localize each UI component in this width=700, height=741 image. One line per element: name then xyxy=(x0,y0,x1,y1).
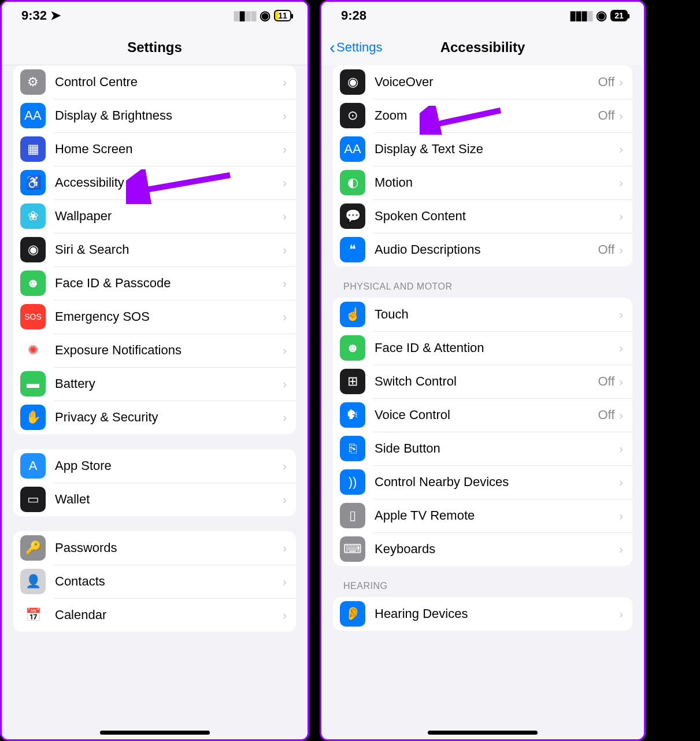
row-control-nearby[interactable]: ))Control Nearby Devices› xyxy=(333,465,632,499)
row-label: Siri & Search xyxy=(55,242,283,257)
chevron-right-icon: › xyxy=(283,460,287,473)
spoken-content-icon: 💬 xyxy=(340,203,365,229)
row-siri-search[interactable]: ◉Siri & Search› xyxy=(13,233,296,266)
row-label: Keyboards xyxy=(375,542,619,557)
row-keyboards[interactable]: ⌨Keyboards› xyxy=(333,532,632,566)
display-text-size-icon: AA xyxy=(340,136,365,162)
row-voice-control[interactable]: 🗣Voice ControlOff› xyxy=(333,398,632,432)
chevron-right-icon: › xyxy=(619,342,623,355)
row-contacts[interactable]: 👤Contacts› xyxy=(13,565,296,598)
settings-group: 🔑Passwords›👤Contacts›📅Calendar› xyxy=(13,531,296,632)
row-wallet[interactable]: ▭Wallet› xyxy=(13,483,296,516)
display-brightness-icon: AA xyxy=(20,103,46,128)
wifi-icon: ◉ xyxy=(260,8,271,23)
row-label: Apple TV Remote xyxy=(375,508,619,523)
row-privacy-security[interactable]: ✋Privacy & Security› xyxy=(13,401,296,434)
row-passwords[interactable]: 🔑Passwords› xyxy=(13,531,296,565)
row-apple-tv-remote[interactable]: ▯Apple TV Remote› xyxy=(333,499,632,532)
wifi-icon: ◉ xyxy=(596,8,607,23)
row-emergency-sos[interactable]: SOSEmergency SOS› xyxy=(13,300,296,334)
settings-group: ☝Touch›☻Face ID & Attention›⊞Switch Cont… xyxy=(333,298,632,566)
status-time: 9:28 xyxy=(341,8,366,23)
chevron-right-icon: › xyxy=(619,243,623,257)
settings-group: 👂Hearing Devices› xyxy=(333,597,632,631)
chevron-right-icon: › xyxy=(283,143,287,156)
chevron-right-icon: › xyxy=(619,210,623,223)
back-button[interactable]: ‹ Settings xyxy=(329,38,383,57)
chevron-right-icon: › xyxy=(619,76,623,89)
row-label: Exposure Notifications xyxy=(55,343,283,358)
row-calendar[interactable]: 📅Calendar› xyxy=(13,598,296,632)
row-label: Zoom xyxy=(375,108,598,123)
row-home-screen[interactable]: ▦Home Screen› xyxy=(13,132,296,166)
row-label: App Store xyxy=(55,458,283,473)
chevron-right-icon: › xyxy=(283,411,287,424)
row-hearing-devices[interactable]: 👂Hearing Devices› xyxy=(333,597,632,631)
row-label: Passwords xyxy=(55,540,283,555)
row-motion[interactable]: ◐Motion› xyxy=(333,166,632,199)
row-label: Wallpaper xyxy=(55,209,283,224)
row-faceid-attention[interactable]: ☻Face ID & Attention› xyxy=(333,331,632,365)
battery-icon: ▬ xyxy=(20,371,46,397)
row-label: VoiceOver xyxy=(375,75,598,90)
page-title: Settings xyxy=(127,39,182,55)
row-touch[interactable]: ☝Touch› xyxy=(333,298,632,331)
chevron-right-icon: › xyxy=(283,493,287,506)
chevron-right-icon: › xyxy=(283,243,287,257)
status-bar: 9:32 ➤ ▮▮▮▮ ◉ 11 xyxy=(2,2,308,29)
accessibility-list[interactable]: ◉VoiceOverOff›⊙ZoomOff›AADisplay & Text … xyxy=(321,65,644,739)
row-app-store[interactable]: AApp Store› xyxy=(13,449,296,483)
row-label: Hearing Devices xyxy=(375,606,619,621)
settings-list[interactable]: ⚙Control Centre›AADisplay & Brightness›▦… xyxy=(2,65,308,739)
wallet-icon: ▭ xyxy=(20,487,46,512)
battery-icon: 21 xyxy=(610,10,628,21)
row-label: Control Nearby Devices xyxy=(375,475,619,490)
chevron-right-icon: › xyxy=(283,76,287,89)
chevron-right-icon: › xyxy=(283,344,287,357)
phone-settings: 9:32 ➤ ▮▮▮▮ ◉ 11 Settings ⚙Control Centr… xyxy=(0,0,309,741)
app-store-icon: A xyxy=(20,453,46,479)
row-label: Battery xyxy=(55,376,283,391)
row-label: Display & Text Size xyxy=(375,142,619,157)
voice-control-icon: 🗣 xyxy=(340,402,365,428)
row-exposure-notifications[interactable]: ✺Exposure Notifications› xyxy=(13,334,296,367)
row-display-brightness[interactable]: AADisplay & Brightness› xyxy=(13,99,296,132)
chevron-right-icon: › xyxy=(283,542,287,555)
section-header: PHYSICAL AND MOTOR xyxy=(343,281,622,292)
chevron-right-icon: › xyxy=(283,109,287,123)
row-side-button[interactable]: ⎘Side Button› xyxy=(333,432,632,465)
contacts-icon: 👤 xyxy=(20,569,46,594)
row-wallpaper[interactable]: ❀Wallpaper› xyxy=(13,199,296,233)
row-label: Audio Descriptions xyxy=(375,242,598,257)
row-label: Control Centre xyxy=(55,75,283,90)
row-display-text-size[interactable]: AADisplay & Text Size› xyxy=(333,132,632,166)
chevron-right-icon: › xyxy=(619,109,623,123)
row-label: Calendar xyxy=(55,607,283,623)
zoom-icon: ⊙ xyxy=(340,103,365,128)
row-accessibility[interactable]: ♿Accessibility› xyxy=(13,166,296,199)
section-header: HEARING xyxy=(343,581,622,591)
page-title: Accessibility xyxy=(440,39,525,55)
row-label: Motion xyxy=(375,175,619,190)
row-label: Emergency SOS xyxy=(55,309,283,324)
row-spoken-content[interactable]: 💬Spoken Content› xyxy=(333,199,632,233)
chevron-right-icon: › xyxy=(283,277,287,290)
home-screen-icon: ▦ xyxy=(20,136,46,162)
row-label: Privacy & Security xyxy=(55,410,283,425)
chevron-right-icon: › xyxy=(619,409,623,422)
row-switch-control[interactable]: ⊞Switch ControlOff› xyxy=(333,365,632,398)
settings-group: ⚙Control Centre›AADisplay & Brightness›▦… xyxy=(13,65,296,434)
row-zoom[interactable]: ⊙ZoomOff› xyxy=(333,99,632,132)
row-audio-descriptions[interactable]: ❝Audio DescriptionsOff› xyxy=(333,233,632,266)
chevron-right-icon: › xyxy=(283,377,287,391)
row-control-centre[interactable]: ⚙Control Centre› xyxy=(13,65,296,99)
side-button-icon: ⎘ xyxy=(340,436,365,461)
nav-bar: ‹ Settings Accessibility xyxy=(321,29,644,65)
chevron-right-icon: › xyxy=(283,310,287,324)
row-voiceover[interactable]: ◉VoiceOverOff› xyxy=(333,65,632,99)
hearing-devices-icon: 👂 xyxy=(340,601,365,627)
row-battery[interactable]: ▬Battery› xyxy=(13,367,296,401)
exposure-notifications-icon: ✺ xyxy=(20,338,46,363)
cellular-icon: ▮▮▮▮ xyxy=(569,8,592,23)
row-faceid-passcode[interactable]: ☻Face ID & Passcode› xyxy=(13,266,296,300)
